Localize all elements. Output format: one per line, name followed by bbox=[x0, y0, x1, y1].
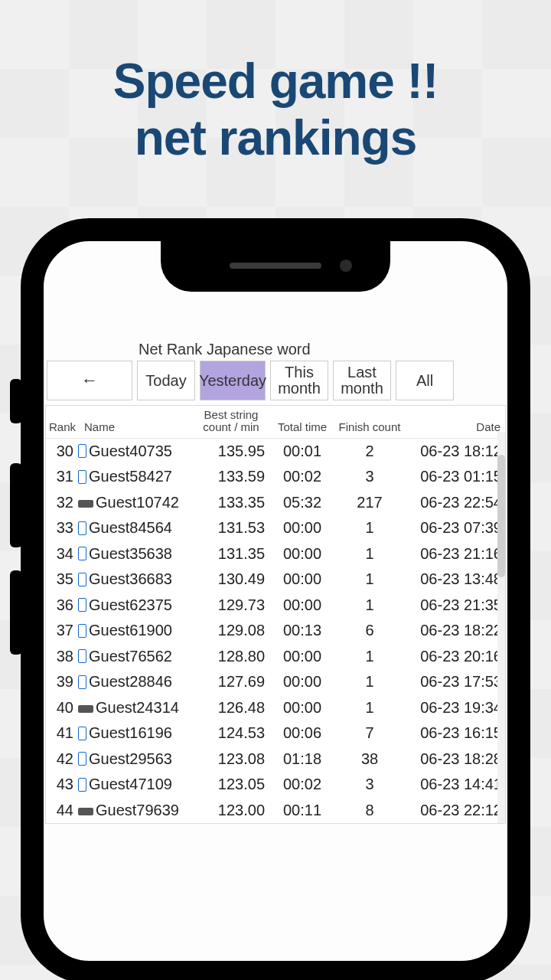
screen-content: Net Rank Japanese word ← Today Yesterday… bbox=[44, 241, 507, 961]
tab-label: All bbox=[416, 373, 433, 389]
cell-rank: 38 bbox=[46, 648, 78, 665]
cell-date: 06-23 18:28 bbox=[404, 750, 504, 768]
cell-date: 06-23 17:53 bbox=[404, 673, 504, 691]
table-row[interactable]: 41Guest16196124.5300:06706-23 16:15 bbox=[46, 720, 505, 746]
cell-score: 130.49 bbox=[193, 570, 269, 588]
cell-rank: 43 bbox=[46, 776, 78, 793]
table-row[interactable]: 32Guest10742133.3505:3221706-23 22:54 bbox=[46, 490, 505, 516]
cell-time: 00:00 bbox=[269, 673, 335, 691]
cell-date: 06-23 21:35 bbox=[404, 596, 504, 614]
cell-score: 124.53 bbox=[193, 724, 269, 742]
scrollbar-thumb[interactable] bbox=[497, 455, 505, 577]
cell-score: 123.08 bbox=[193, 750, 269, 768]
tab-today[interactable]: Today bbox=[137, 361, 195, 400]
table-row[interactable]: 37Guest61900129.0800:13606-23 18:22 bbox=[46, 618, 505, 644]
player-name: Guest61900 bbox=[89, 622, 172, 639]
tab-yesterday[interactable]: Yesterday bbox=[200, 361, 266, 400]
desktop-icon bbox=[78, 808, 93, 815]
table-row[interactable]: 35Guest36683130.4900:00106-23 13:48 bbox=[46, 567, 505, 593]
phone-icon bbox=[78, 547, 86, 560]
cell-time: 00:00 bbox=[269, 519, 335, 537]
promo-headline: Speed game !! net rankings bbox=[0, 0, 551, 166]
cell-date: 06-23 22:12 bbox=[404, 802, 504, 819]
table-row[interactable]: 36Guest62375129.7300:00106-23 21:35 bbox=[46, 593, 505, 619]
player-name: Guest40735 bbox=[89, 443, 172, 460]
table-row[interactable]: 39Guest28846127.6900:00106-23 17:53 bbox=[46, 669, 505, 695]
col-time: Total time bbox=[269, 421, 335, 433]
back-arrow-icon: ← bbox=[81, 371, 98, 390]
cell-time: 00:00 bbox=[269, 570, 335, 588]
cell-rank: 41 bbox=[46, 724, 78, 742]
cell-date: 06-23 19:34 bbox=[404, 699, 504, 717]
cell-date: 06-23 13:48 bbox=[404, 570, 504, 588]
cell-score: 129.73 bbox=[193, 596, 269, 614]
cell-rank: 31 bbox=[46, 468, 78, 485]
phone-side-button bbox=[10, 379, 22, 423]
desktop-icon bbox=[78, 705, 93, 713]
cell-rank: 40 bbox=[46, 699, 78, 717]
tab-this-month[interactable]: This month bbox=[270, 361, 328, 400]
cell-time: 00:06 bbox=[269, 724, 335, 742]
table-row[interactable]: 40Guest24314126.4800:00106-23 19:34 bbox=[46, 695, 505, 721]
tab-last-month[interactable]: Last month bbox=[333, 361, 391, 400]
cell-score: 128.80 bbox=[193, 648, 269, 665]
player-name: Guest10742 bbox=[96, 494, 179, 511]
cell-name: Guest35638 bbox=[78, 545, 193, 563]
phone-icon bbox=[78, 752, 86, 766]
cell-score: 127.69 bbox=[193, 673, 269, 691]
table-row[interactable]: 43Guest47109123.0500:02306-23 14:41 bbox=[46, 772, 505, 798]
cell-time: 05:32 bbox=[269, 494, 335, 511]
table-row[interactable]: 34Guest35638131.3500:00106-23 21:16 bbox=[46, 541, 505, 567]
cell-score: 126.48 bbox=[193, 699, 269, 717]
cell-score: 123.00 bbox=[193, 802, 269, 819]
player-name: Guest24314 bbox=[96, 699, 179, 717]
tab-all[interactable]: All bbox=[396, 361, 454, 400]
cell-name: Guest36683 bbox=[78, 570, 193, 588]
cell-rank: 32 bbox=[46, 494, 78, 511]
player-name: Guest36683 bbox=[89, 570, 172, 588]
cell-time: 00:00 bbox=[269, 545, 335, 563]
cell-finish: 2 bbox=[335, 443, 404, 460]
tab-bar: ← Today Yesterday This month Last month … bbox=[44, 361, 507, 405]
phone-icon bbox=[78, 675, 86, 689]
cell-finish: 1 bbox=[335, 596, 404, 614]
table-row[interactable]: 38Guest76562128.8000:00106-23 20:16 bbox=[46, 644, 505, 670]
cell-name: Guest40735 bbox=[78, 443, 193, 460]
cell-finish: 7 bbox=[335, 724, 404, 742]
table-row[interactable]: 30Guest40735135.9500:01206-23 18:12 bbox=[46, 439, 505, 465]
cell-finish: 1 bbox=[335, 570, 404, 588]
cell-name: Guest24314 bbox=[78, 699, 193, 717]
headline-line2: net rankings bbox=[0, 110, 551, 167]
phone-icon bbox=[78, 778, 86, 792]
table-row[interactable]: 33Guest84564131.5300:00106-23 07:39 bbox=[46, 515, 505, 541]
player-name: Guest35638 bbox=[89, 545, 172, 563]
phone-icon bbox=[78, 470, 86, 484]
table-row[interactable]: 44Guest79639123.0000:11806-23 22:12 bbox=[46, 798, 505, 824]
table-row[interactable]: 42Guest29563123.0801:183806-23 18:28 bbox=[46, 746, 505, 773]
player-name: Guest79639 bbox=[96, 802, 179, 819]
tab-label: Yesterday bbox=[199, 373, 266, 389]
cell-name: Guest29563 bbox=[78, 750, 193, 768]
phone-icon bbox=[78, 521, 86, 535]
cell-finish: 217 bbox=[335, 494, 404, 511]
cell-score: 131.35 bbox=[193, 545, 269, 563]
table-header: Rank Name Best string count / min Total … bbox=[46, 406, 505, 439]
cell-name: Guest47109 bbox=[78, 776, 193, 793]
cell-rank: 35 bbox=[46, 570, 78, 588]
desktop-icon bbox=[78, 500, 93, 508]
player-name: Guest58427 bbox=[89, 468, 172, 485]
player-name: Guest28846 bbox=[89, 673, 172, 691]
cell-score: 133.59 bbox=[193, 468, 269, 485]
cell-date: 06-23 21:16 bbox=[404, 545, 504, 563]
cell-rank: 37 bbox=[46, 622, 78, 639]
cell-date: 06-23 01:15 bbox=[404, 468, 504, 485]
table-row[interactable]: 31Guest58427133.5900:02306-23 01:15 bbox=[46, 464, 505, 490]
player-name: Guest84564 bbox=[89, 519, 172, 537]
player-name: Guest76562 bbox=[89, 648, 172, 665]
cell-date: 06-23 20:16 bbox=[404, 648, 504, 665]
cell-name: Guest16196 bbox=[78, 724, 193, 742]
back-button[interactable]: ← bbox=[47, 361, 132, 400]
player-name: Guest29563 bbox=[89, 750, 172, 768]
col-rank: Rank bbox=[46, 421, 78, 433]
cell-finish: 3 bbox=[335, 468, 404, 485]
